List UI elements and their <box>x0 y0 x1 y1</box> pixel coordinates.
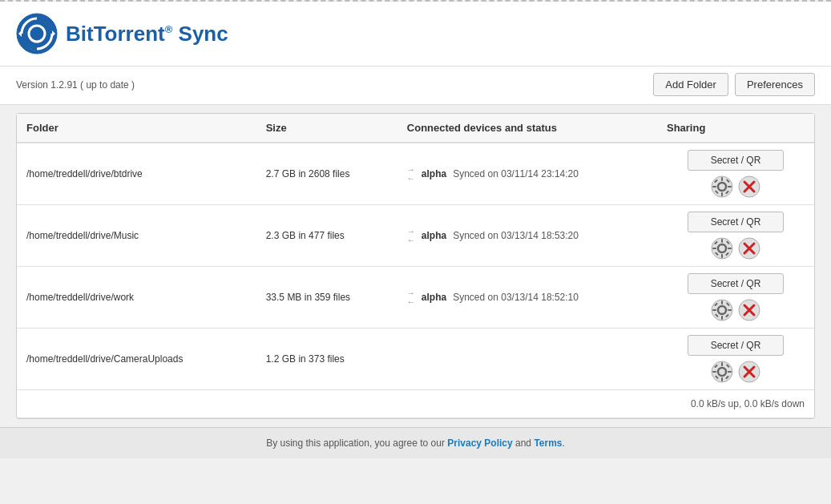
version-text: Version 1.2.91 ( up to date ) <box>16 79 135 91</box>
device-name: alpha <box>422 168 446 179</box>
sync-status: Synced on 03/13/14 18:53:20 <box>453 230 579 241</box>
svg-rect-33 <box>721 300 723 304</box>
table-row: /home/treddell/drive/CameraUploads1.2 GB… <box>17 329 814 390</box>
settings-icon[interactable] <box>711 299 733 321</box>
sharing-cell: Secret / QR <box>657 205 814 267</box>
table-row: /home/treddell/drive/btdrive2.7 GB in 26… <box>17 143 814 205</box>
sync-arrows-icon: → ← <box>407 288 415 306</box>
logo-text: BitTorrent® Sync <box>66 22 228 46</box>
svg-rect-20 <box>721 239 723 243</box>
sharing-cell: Secret / QR <box>657 143 814 205</box>
col-sharing: Sharing <box>657 114 814 143</box>
col-devices: Connected devices and status <box>397 114 657 143</box>
folder-size: 33.5 MB in 359 files <box>256 267 397 329</box>
secret-qr-button[interactable]: Secret / QR <box>688 150 784 171</box>
svg-rect-22 <box>712 248 716 249</box>
svg-rect-23 <box>728 248 732 249</box>
table-header: Folder Size Connected devices and status… <box>17 114 814 143</box>
sync-arrows-icon: → ← <box>407 165 415 183</box>
privacy-policy-link[interactable]: Privacy Policy <box>447 437 512 449</box>
folders-table: Folder Size Connected devices and status… <box>17 114 814 418</box>
svg-rect-35 <box>712 309 716 311</box>
svg-rect-9 <box>712 186 716 187</box>
svg-rect-49 <box>728 371 732 373</box>
preferences-button[interactable]: Preferences <box>735 73 815 96</box>
svg-rect-34 <box>721 316 723 320</box>
remove-icon[interactable] <box>738 361 760 383</box>
svg-rect-10 <box>728 186 732 187</box>
folder-size: 2.3 GB in 477 files <box>256 205 397 267</box>
status-row: 0.0 kB/s up, 0.0 kB/s down <box>17 390 814 418</box>
folder-path: /home/treddell/drive/Music <box>17 205 256 267</box>
footer-text-after: . <box>563 437 565 449</box>
folder-size: 1.2 GB in 373 files <box>256 329 397 390</box>
sync-arrows-icon: → ← <box>407 227 415 244</box>
logo-area: BitTorrent® Sync <box>16 13 228 54</box>
svg-rect-8 <box>721 192 723 196</box>
transfer-status: 0.0 kB/s up, 0.0 kB/s down <box>17 390 814 418</box>
table-body: /home/treddell/drive/btdrive2.7 GB in 26… <box>17 143 814 418</box>
svg-rect-36 <box>728 309 732 311</box>
device-cell <box>397 329 657 390</box>
remove-icon[interactable] <box>738 175 760 198</box>
version-bar: Version 1.2.91 ( up to date ) Add Folder… <box>0 67 831 105</box>
secret-qr-button[interactable]: Secret / QR <box>688 273 784 294</box>
settings-icon[interactable] <box>711 237 733 260</box>
sharing-cell: Secret / QR <box>657 267 814 329</box>
add-folder-button[interactable]: Add Folder <box>653 73 728 96</box>
footer-text-between: and <box>513 437 535 449</box>
folder-path: /home/treddell/drive/CameraUploads <box>17 329 256 390</box>
main-content: Folder Size Connected devices and status… <box>16 113 815 419</box>
svg-rect-21 <box>721 254 723 258</box>
settings-icon[interactable] <box>711 175 733 198</box>
footer-text-before: By using this application, you agree to … <box>266 437 447 449</box>
svg-rect-48 <box>712 371 716 373</box>
remove-icon[interactable] <box>738 299 760 321</box>
folder-path: /home/treddell/drive/work <box>17 267 256 329</box>
sharing-cell: Secret / QR <box>657 329 814 390</box>
terms-link[interactable]: Terms <box>534 437 562 449</box>
sync-status: Synced on 03/11/14 23:14:20 <box>453 168 579 179</box>
folder-path: /home/treddell/drive/btdrive <box>17 143 256 205</box>
remove-icon[interactable] <box>738 237 760 260</box>
svg-rect-46 <box>721 362 723 366</box>
device-cell: → ← alpha Synced on 03/13/14 18:53:20 <box>397 205 657 267</box>
settings-icon[interactable] <box>711 361 733 383</box>
table-row: /home/treddell/drive/Music2.3 GB in 477 … <box>17 205 814 267</box>
col-size: Size <box>256 114 397 143</box>
page-footer: By using this application, you agree to … <box>0 427 831 458</box>
col-folder: Folder <box>17 114 256 143</box>
svg-rect-7 <box>721 177 723 181</box>
device-cell: → ← alpha Synced on 03/13/14 18:52:10 <box>397 267 657 329</box>
toolbar-buttons: Add Folder Preferences <box>653 73 815 96</box>
header: BitTorrent® Sync <box>0 2 831 67</box>
device-name: alpha <box>422 230 446 241</box>
folder-size: 2.7 GB in 2608 files <box>256 143 397 205</box>
svg-rect-47 <box>721 377 723 381</box>
table-row: /home/treddell/drive/work33.5 MB in 359 … <box>17 267 814 329</box>
sync-status: Synced on 03/13/14 18:52:10 <box>453 292 579 303</box>
secret-qr-button[interactable]: Secret / QR <box>688 212 784 232</box>
bittorrent-logo-icon <box>16 13 58 54</box>
device-name: alpha <box>422 292 446 303</box>
secret-qr-button[interactable]: Secret / QR <box>688 335 784 356</box>
device-cell: → ← alpha Synced on 03/11/14 23:14:20 <box>397 143 657 205</box>
